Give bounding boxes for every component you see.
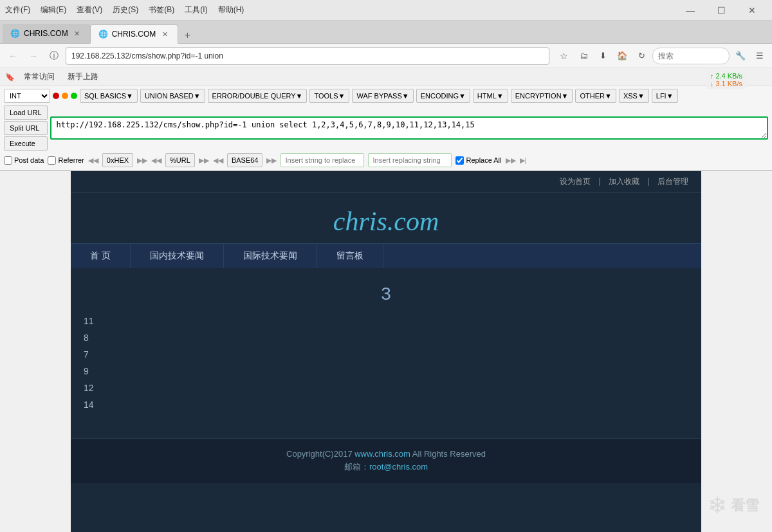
download-speed: ↓ 3.1 KB/s [710, 80, 742, 87]
hackbar-hex-encode[interactable]: 0xHEX [102, 153, 133, 167]
site-header-bar: 设为首页 ｜ 加入收藏 ｜ 后台管理 [71, 171, 701, 193]
download-button[interactable]: ⬇ [594, 48, 611, 64]
hackbar-url-row: Load URL Split URL Execute [4, 105, 768, 151]
hackbar-other[interactable]: OTHER▼ [575, 89, 616, 103]
site-link-bookmark[interactable]: 加入收藏 [609, 176, 639, 187]
menu-view[interactable]: 查看(V) [77, 5, 102, 15]
encode-arrow-right-2: ▶▶ [199, 156, 209, 165]
speed-indicator: ↑ 2.4 KB/s ↓ 3.1 KB/s [706, 71, 746, 89]
hackbar-split-url[interactable]: Split URL [4, 121, 48, 135]
bookmark-icon: 🔖 [5, 73, 15, 82]
menu-history[interactable]: 历史(S) [113, 5, 138, 15]
minimize-button[interactable]: — [676, 0, 705, 21]
hackbar-insert-replace-field[interactable] [280, 153, 364, 167]
footer-copyright-end: All Rights Reserved [410, 449, 486, 459]
post-data-check[interactable] [4, 156, 12, 165]
site-nav-guestbook[interactable]: 留言板 [317, 244, 383, 268]
menu-edit[interactable]: 编辑(E) [41, 5, 66, 15]
footer-email-line: 邮箱：root@chris.com [81, 461, 691, 473]
menu-button[interactable]: ☰ [751, 48, 768, 64]
address-bar: ← → ⓘ ☆ 🗂 ⬇ 🏠 ↻ 🔧 ☰ [0, 44, 772, 68]
url-input[interactable] [66, 47, 549, 65]
hackbar-tools[interactable]: TOOLS▼ [309, 89, 349, 103]
site-nav-home[interactable]: 首 页 [71, 244, 131, 268]
hackbar-referrer-checkbox[interactable]: Referrer [48, 156, 84, 165]
menu-help[interactable]: 帮助(H) [218, 5, 244, 15]
main-number: 3 [84, 284, 688, 304]
list-item-0: 11 [84, 315, 688, 327]
replace-all-check[interactable] [455, 156, 464, 165]
indicator-red [53, 93, 59, 99]
hackbar-html[interactable]: HTML▼ [473, 89, 508, 103]
sep-2: ｜ [645, 176, 652, 187]
hackbar-type-select[interactable]: INT STRING [4, 89, 50, 103]
encode-arrow-left-2: ◀◀ [151, 156, 161, 165]
site-link-admin[interactable]: 后台管理 [657, 176, 688, 187]
hackbar: INT STRING SQL BASICS▼ UNION BASED▼ ERRO… [0, 86, 772, 171]
home-button[interactable]: 🏠 [614, 48, 630, 64]
bookmark-frequent-label: 常常访问 [24, 71, 55, 82]
hackbar-base64-encode[interactable]: BASE64 [227, 153, 263, 167]
hackbar-side-buttons: Load URL Split URL Execute [4, 105, 48, 151]
address-right-icons: ☆ 🗂 ⬇ 🏠 ↻ 🔧 ☰ [555, 47, 768, 65]
extensions-button[interactable]: 🔧 [732, 48, 749, 64]
site-nav: 首 页 国内技术要闻 国际技术要闻 留言板 [71, 243, 701, 268]
encode-arrow-left-3: ◀◀ [213, 156, 223, 165]
bookmark-newbie[interactable]: 新手上路 [64, 70, 102, 84]
hackbar-post-data-checkbox[interactable]: Post data [4, 156, 44, 165]
pocket-button[interactable]: 🗂 [575, 48, 592, 64]
site-link-home[interactable]: 设为首页 [560, 176, 591, 187]
hackbar-xss[interactable]: XSS▼ [619, 89, 649, 103]
tab-label-1: CHRIS.COM [112, 30, 156, 39]
menu-file[interactable]: 文件(F) [5, 5, 30, 15]
hackbar-error-query[interactable]: ERROR/DOUBLE QUERY▼ [208, 89, 308, 103]
list-item-2: 7 [84, 348, 688, 361]
hackbar-execute[interactable]: Execute [4, 136, 48, 151]
site-nav-domestic[interactable]: 国内技术要闻 [131, 244, 224, 268]
list-item-3: 9 [84, 365, 688, 378]
encode-arrow-left-1: ◀◀ [88, 156, 98, 165]
refresh-button[interactable]: ↻ [633, 48, 650, 64]
list-item-1: 8 [84, 331, 688, 344]
menu-bar[interactable]: 文件(F) 编辑(E) 查看(V) 历史(S) 书签(B) 工具(I) 帮助(H… [5, 5, 244, 15]
content-area: 设为首页 ｜ 加入收藏 ｜ 后台管理 chris.com 首 页 国内技术要闻 … [0, 171, 772, 532]
bookmark-star-button[interactable]: ☆ [555, 47, 573, 65]
window-controls: — ☐ ✕ [676, 0, 767, 21]
replace-arrow-right: ▶▶ [506, 156, 516, 165]
tab-1[interactable]: 🌐 CHRIS.COM ✕ [90, 24, 179, 44]
hackbar-waf-bypass[interactable]: WAF BYPASS▼ [352, 89, 413, 103]
forward-button[interactable]: → [24, 47, 42, 65]
hackbar-encoding[interactable]: ENCODING▼ [416, 89, 470, 103]
hackbar-replace-all-checkbox[interactable]: Replace All [455, 156, 501, 165]
tab-close-1[interactable]: ✕ [160, 29, 170, 39]
hackbar-union-based[interactable]: UNION BASED▼ [140, 89, 205, 103]
footer-email-value: root@chris.com [369, 462, 428, 472]
list-item-5: 14 [84, 398, 688, 411]
info-button[interactable]: ⓘ [45, 47, 63, 65]
hackbar-lfi[interactable]: LFI▼ [652, 89, 678, 103]
search-input[interactable] [652, 48, 730, 64]
menu-bookmarks[interactable]: 书签(B) [149, 5, 174, 15]
back-button[interactable]: ← [4, 47, 22, 65]
menu-tools[interactable]: 工具(I) [185, 5, 207, 15]
footer-email-label: 邮箱： [344, 462, 369, 472]
encode-arrow-right-1: ▶▶ [137, 156, 147, 165]
tab-close-0[interactable]: ✕ [72, 28, 82, 39]
maximize-button[interactable]: ☐ [706, 0, 736, 21]
hackbar-replacing-field[interactable] [368, 153, 452, 167]
bookmarks-bar: 🔖 常常访问 新手上路 [0, 68, 772, 86]
bookmark-frequent[interactable]: 常常访问 [20, 70, 59, 84]
tab-0[interactable]: 🌐 CHRIS.COM ✕ [3, 24, 90, 43]
hackbar-url-input[interactable] [50, 116, 768, 140]
close-button[interactable]: ✕ [737, 0, 767, 21]
replace-end-arrow: ▶| [520, 156, 527, 165]
title-bar: 文件(F) 编辑(E) 查看(V) 历史(S) 书签(B) 工具(I) 帮助(H… [0, 0, 772, 21]
hackbar-load-url[interactable]: Load URL [4, 105, 48, 120]
hackbar-options-row: Post data Referrer ◀◀ 0xHEX ▶▶ ◀◀ %URL ▶… [4, 153, 768, 167]
hackbar-sql-basics[interactable]: SQL BASICS▼ [80, 89, 138, 103]
hackbar-encryption[interactable]: ENCRYPTION▼ [511, 89, 573, 103]
site-nav-international[interactable]: 国际技术要闻 [224, 244, 317, 268]
hackbar-url-encode[interactable]: %URL [165, 153, 195, 167]
new-tab-button[interactable]: + [178, 28, 196, 43]
referrer-check[interactable] [48, 156, 56, 165]
